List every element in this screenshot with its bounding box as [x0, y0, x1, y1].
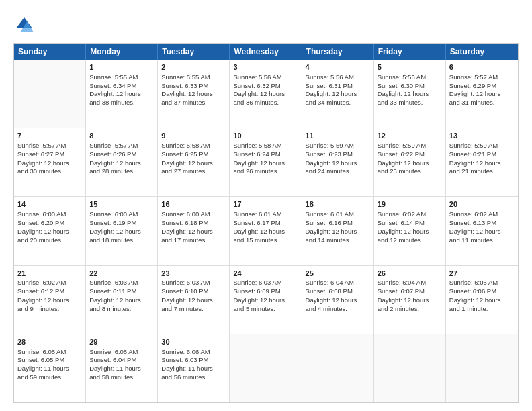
- day-info-line: and 24 minutes.: [306, 167, 370, 176]
- day-info-line: Daylight: 12 hours: [378, 159, 442, 168]
- day-info-line: Sunset: 6:31 PM: [306, 82, 370, 91]
- day-info-line: Daylight: 12 hours: [306, 296, 370, 305]
- calendar-cell: 24Sunrise: 6:03 AMSunset: 6:09 PMDayligh…: [230, 266, 302, 334]
- day-info-line: Sunrise: 5:55 AM: [89, 73, 154, 82]
- day-info-line: and 15 minutes.: [233, 236, 298, 245]
- day-info-line: Sunset: 6:26 PM: [89, 150, 154, 159]
- day-info-line: Sunrise: 6:00 AM: [89, 210, 154, 219]
- day-info-line: and 27 minutes.: [161, 167, 226, 176]
- day-number: 18: [306, 199, 370, 210]
- day-info-line: Sunset: 6:27 PM: [17, 150, 82, 159]
- day-number: 10: [233, 131, 298, 141]
- calendar-cell: 11Sunrise: 5:59 AMSunset: 6:23 PMDayligh…: [302, 128, 374, 196]
- day-info-line: Sunrise: 5:58 AM: [233, 142, 298, 150]
- logo: [13, 15, 35, 36]
- calendar-cell: 26Sunrise: 6:04 AMSunset: 6:07 PMDayligh…: [374, 266, 446, 334]
- day-info-line: and 34 minutes.: [306, 99, 370, 107]
- calendar-cell: 29Sunrise: 6:05 AMSunset: 6:04 PMDayligh…: [86, 334, 158, 402]
- day-info-line: Sunset: 6:22 PM: [378, 150, 442, 159]
- weekday-header: Wednesday: [230, 44, 302, 60]
- day-number: 19: [378, 199, 442, 210]
- day-info-line: Daylight: 12 hours: [306, 90, 370, 99]
- day-info-line: Daylight: 12 hours: [378, 228, 442, 236]
- calendar-row: 1Sunrise: 5:55 AMSunset: 6:34 PMDaylight…: [14, 60, 518, 128]
- day-info-line: Sunset: 6:05 PM: [17, 356, 82, 365]
- day-info-line: Daylight: 12 hours: [161, 228, 226, 236]
- page: SundayMondayTuesdayWednesdayThursdayFrid…: [0, 0, 532, 411]
- day-info-line: and 36 minutes.: [233, 99, 298, 107]
- calendar-cell: [230, 334, 302, 402]
- day-info-line: Sunset: 6:09 PM: [233, 287, 298, 296]
- day-info-line: Sunrise: 6:04 AM: [378, 279, 442, 287]
- day-info-line: Sunset: 6:19 PM: [89, 219, 154, 228]
- day-info-line: Sunset: 6:33 PM: [161, 82, 226, 91]
- day-info-line: Daylight: 12 hours: [89, 159, 154, 168]
- day-info-line: and 4 minutes.: [306, 305, 370, 314]
- day-info-line: Sunrise: 6:00 AM: [17, 210, 82, 219]
- calendar-cell: 14Sunrise: 6:00 AMSunset: 6:20 PMDayligh…: [14, 197, 86, 265]
- day-info-line: and 20 minutes.: [17, 236, 82, 245]
- day-info-line: Daylight: 12 hours: [161, 296, 226, 305]
- weekday-header: Saturday: [446, 44, 518, 60]
- day-info-line: and 7 minutes.: [161, 305, 226, 314]
- day-info-line: and 37 minutes.: [161, 99, 226, 107]
- calendar-cell: [14, 60, 86, 128]
- calendar-cell: 5Sunrise: 5:56 AMSunset: 6:30 PMDaylight…: [374, 60, 446, 128]
- day-number: 28: [17, 337, 82, 347]
- day-number: 12: [378, 131, 442, 141]
- day-info-line: Sunrise: 5:55 AM: [161, 73, 226, 82]
- day-info-line: Sunrise: 5:56 AM: [233, 73, 298, 82]
- day-info-line: and 59 minutes.: [17, 373, 82, 382]
- calendar-row: 28Sunrise: 6:05 AMSunset: 6:05 PMDayligh…: [14, 334, 518, 402]
- calendar-row: 7Sunrise: 5:57 AMSunset: 6:27 PMDaylight…: [14, 128, 518, 197]
- day-info-line: Sunrise: 6:03 AM: [89, 279, 154, 287]
- calendar-cell: [374, 334, 446, 402]
- calendar-cell: [302, 334, 374, 402]
- day-info-line: Sunset: 6:32 PM: [233, 82, 298, 91]
- day-info-line: Daylight: 12 hours: [17, 228, 82, 236]
- calendar-cell: 10Sunrise: 5:58 AMSunset: 6:24 PMDayligh…: [230, 128, 302, 196]
- day-info-line: Sunrise: 5:57 AM: [89, 142, 154, 150]
- day-info-line: and 12 minutes.: [378, 236, 442, 245]
- day-info-line: and 5 minutes.: [233, 305, 298, 314]
- calendar-cell: 16Sunrise: 6:00 AMSunset: 6:18 PMDayligh…: [158, 197, 230, 265]
- weekday-header: Tuesday: [158, 44, 230, 60]
- calendar-cell: 17Sunrise: 6:01 AMSunset: 6:17 PMDayligh…: [230, 197, 302, 265]
- day-info-line: Sunrise: 5:58 AM: [161, 142, 226, 150]
- calendar-cell: 1Sunrise: 5:55 AMSunset: 6:34 PMDaylight…: [86, 60, 158, 128]
- day-info-line: Sunrise: 5:59 AM: [306, 142, 370, 150]
- day-info-line: Sunrise: 6:02 AM: [378, 210, 442, 219]
- calendar-cell: 30Sunrise: 6:06 AMSunset: 6:03 PMDayligh…: [158, 334, 230, 402]
- calendar-cell: 18Sunrise: 6:01 AMSunset: 6:16 PMDayligh…: [302, 197, 374, 265]
- day-number: 15: [89, 199, 154, 210]
- day-info-line: Daylight: 12 hours: [233, 90, 298, 99]
- day-info-line: and 14 minutes.: [306, 236, 370, 245]
- day-info-line: Daylight: 12 hours: [378, 90, 442, 99]
- calendar-cell: 2Sunrise: 5:55 AMSunset: 6:33 PMDaylight…: [158, 60, 230, 128]
- day-number: 3: [233, 62, 298, 73]
- day-info-line: Sunset: 6:25 PM: [161, 150, 226, 159]
- day-number: 30: [161, 337, 226, 347]
- calendar-cell: 25Sunrise: 6:04 AMSunset: 6:08 PMDayligh…: [302, 266, 374, 334]
- weekday-header: Thursday: [302, 44, 374, 60]
- day-info-line: Sunrise: 6:03 AM: [161, 279, 226, 287]
- day-info-line: Sunrise: 5:56 AM: [306, 73, 370, 82]
- day-info-line: and 28 minutes.: [89, 167, 154, 176]
- weekday-header: Monday: [86, 44, 158, 60]
- day-info-line: Sunrise: 5:59 AM: [378, 142, 442, 150]
- calendar-cell: 12Sunrise: 5:59 AMSunset: 6:22 PMDayligh…: [374, 128, 446, 196]
- day-info-line: Daylight: 12 hours: [233, 228, 298, 236]
- day-info-line: Sunrise: 6:05 AM: [449, 279, 515, 287]
- day-info-line: Sunset: 6:03 PM: [161, 356, 226, 365]
- day-number: 5: [378, 62, 442, 73]
- day-info-line: Sunset: 6:12 PM: [17, 287, 82, 296]
- day-number: 2: [161, 62, 226, 73]
- calendar-cell: 21Sunrise: 6:02 AMSunset: 6:12 PMDayligh…: [14, 266, 86, 334]
- day-info-line: and 38 minutes.: [89, 99, 154, 107]
- day-info-line: Daylight: 11 hours: [161, 365, 226, 373]
- calendar-cell: 3Sunrise: 5:56 AMSunset: 6:32 PMDaylight…: [230, 60, 302, 128]
- day-info-line: and 30 minutes.: [17, 167, 82, 176]
- day-info-line: Sunset: 6:14 PM: [378, 219, 442, 228]
- calendar-header: SundayMondayTuesdayWednesdayThursdayFrid…: [14, 44, 518, 60]
- day-number: 29: [89, 337, 154, 347]
